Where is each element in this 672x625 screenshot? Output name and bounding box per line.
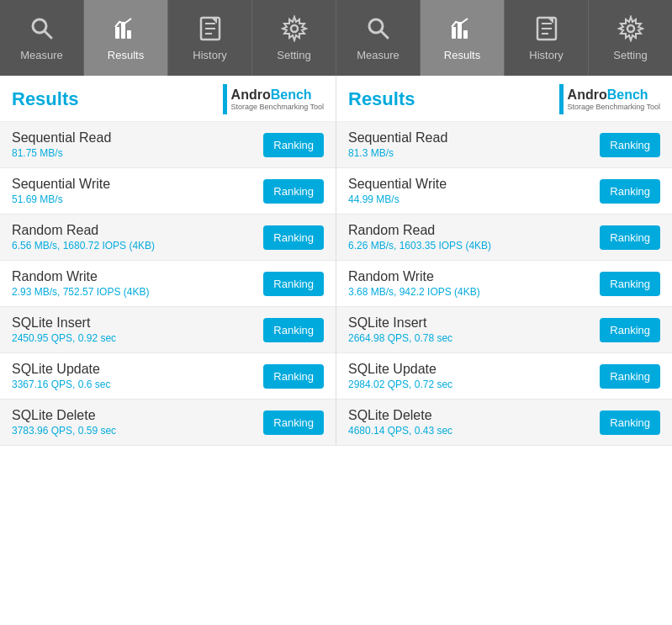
- svg-rect-15: [463, 30, 468, 39]
- nav-label-results-1: Results: [108, 49, 144, 61]
- result-row-rand-read-left: Random Read 6.56 MB/s, 1680.72 IOPS (4KB…: [0, 215, 336, 261]
- brand-andro-right: Andro: [568, 87, 607, 103]
- ranking-btn-rand-write-right[interactable]: Ranking: [600, 272, 660, 296]
- row-name-rand-write-right: Random Write: [348, 269, 600, 284]
- nav-item-setting-1[interactable]: Setting: [252, 0, 336, 76]
- row-info-rand-write-right: Random Write 3.68 MB/s, 942.2 IOPS (4KB): [348, 269, 600, 298]
- ranking-btn-seq-read-right[interactable]: Ranking: [600, 133, 660, 157]
- setting-icon-1: [281, 15, 308, 45]
- result-row-sqlite-delete-right: SQLite Delete 4680.14 QPS, 0.43 sec Rank…: [336, 400, 672, 446]
- nav-item-history-2[interactable]: History: [505, 0, 589, 76]
- ranking-btn-rand-write-left[interactable]: Ranking: [263, 272, 324, 296]
- brand-name-right: AndroBench: [568, 87, 660, 103]
- row-name-sqlite-update-right: SQLite Update: [348, 362, 600, 377]
- row-name-seq-write-right: Sequential Write: [348, 177, 600, 192]
- result-row-rand-write-left: Random Write 2.93 MB/s, 752.57 IOPS (4KB…: [0, 261, 336, 307]
- result-row-sqlite-update-right: SQLite Update 2984.02 QPS, 0.72 sec Rank…: [336, 353, 672, 400]
- row-name-sqlite-delete-right: SQLite Delete: [348, 408, 600, 423]
- row-value-seq-write-left: 51.69 MB/s: [12, 193, 263, 205]
- brand-logo-right: AndroBench Storage Benchmarking Tool: [559, 84, 660, 114]
- row-value-sqlite-update-left: 3367.16 QPS, 0.6 sec: [12, 379, 263, 390]
- ranking-btn-sqlite-delete-left[interactable]: Ranking: [263, 410, 324, 435]
- nav-label-history-2: History: [529, 49, 563, 61]
- brand-bar-right: [559, 84, 564, 114]
- svg-point-10: [291, 25, 298, 32]
- row-value-rand-write-right: 3.68 MB/s, 942.2 IOPS (4KB): [348, 286, 600, 298]
- svg-line-1: [45, 31, 51, 38]
- nav-item-history-1[interactable]: History: [168, 0, 252, 76]
- brand-logo-left: AndroBench Storage Benchmarking Tool: [223, 84, 324, 114]
- row-name-sqlite-update-left: SQLite Update: [12, 362, 263, 377]
- brand-bench-left: Bench: [271, 87, 312, 103]
- row-name-seq-read-left: Sequential Read: [12, 130, 263, 146]
- measure-icon-1: [29, 15, 56, 45]
- result-row-sqlite-insert-right: SQLite Insert 2664.98 QPS, 0.78 sec Rank…: [336, 307, 672, 353]
- main-content: Results AndroBench Storage Benchmarking …: [0, 76, 672, 446]
- ranking-btn-sqlite-insert-right[interactable]: Ranking: [600, 318, 660, 342]
- row-info-seq-write-left: Sequential Write 51.69 MB/s: [12, 177, 263, 205]
- ranking-btn-seq-read-left[interactable]: Ranking: [263, 133, 324, 157]
- row-name-seq-read-right: Sequential Read: [348, 130, 600, 146]
- row-value-rand-write-left: 2.93 MB/s, 752.57 IOPS (4KB): [12, 286, 263, 298]
- row-value-rand-read-right: 6.26 MB/s, 1603.35 IOPS (4KB): [348, 240, 600, 252]
- results-icon-2: [449, 15, 476, 45]
- svg-rect-2: [115, 27, 119, 39]
- row-info-sqlite-update-right: SQLite Update 2984.02 QPS, 0.72 sec: [348, 362, 600, 390]
- result-row-rand-write-right: Random Write 3.68 MB/s, 942.2 IOPS (4KB)…: [336, 261, 672, 307]
- svg-rect-4: [127, 30, 131, 39]
- svg-line-12: [381, 31, 388, 38]
- svg-rect-13: [452, 27, 456, 39]
- row-value-seq-write-right: 44.99 MB/s: [348, 193, 600, 205]
- row-value-sqlite-update-right: 2984.02 QPS, 0.72 sec: [348, 379, 600, 390]
- row-value-sqlite-insert-right: 2664.98 QPS, 0.78 sec: [348, 332, 600, 344]
- row-value-sqlite-delete-right: 4680.14 QPS, 0.43 sec: [348, 425, 600, 437]
- ranking-btn-sqlite-delete-right[interactable]: Ranking: [600, 410, 660, 435]
- top-navigation: Measure Results History: [0, 0, 672, 76]
- brand-sub-left: Storage Benchmarking Tool: [231, 103, 324, 111]
- measure-icon-2: [365, 15, 392, 45]
- setting-icon-2: [617, 15, 644, 45]
- row-info-sqlite-delete-left: SQLite Delete 3783.96 QPS, 0.59 sec: [12, 408, 263, 437]
- history-icon-2: [533, 15, 560, 45]
- result-row-seq-write-left: Sequential Write 51.69 MB/s Ranking: [0, 168, 336, 215]
- nav-label-measure-2: Measure: [357, 49, 399, 61]
- row-name-rand-read-left: Random Read: [12, 223, 263, 238]
- row-info-seq-write-right: Sequential Write 44.99 MB/s: [348, 177, 600, 205]
- panel-right-header: Results AndroBench Storage Benchmarking …: [336, 76, 672, 122]
- result-row-sqlite-update-left: SQLite Update 3367.16 QPS, 0.6 sec Ranki…: [0, 353, 336, 400]
- nav-item-setting-2[interactable]: Setting: [589, 0, 672, 76]
- results-icon-1: [113, 15, 140, 45]
- nav-label-measure-1: Measure: [20, 49, 63, 61]
- row-info-sqlite-update-left: SQLite Update 3367.16 QPS, 0.6 sec: [12, 362, 263, 390]
- ranking-btn-sqlite-update-right[interactable]: Ranking: [600, 364, 660, 389]
- ranking-btn-rand-read-right[interactable]: Ranking: [600, 225, 660, 250]
- row-info-seq-read-left: Sequential Read 81.75 MB/s: [12, 130, 263, 159]
- ranking-btn-sqlite-update-left[interactable]: Ranking: [263, 364, 324, 389]
- nav-item-measure-1[interactable]: Measure: [0, 0, 84, 76]
- panel-right: Results AndroBench Storage Benchmarking …: [336, 76, 672, 446]
- result-row-sqlite-delete-left: SQLite Delete 3783.96 QPS, 0.59 sec Rank…: [0, 400, 336, 446]
- brand-name-left: AndroBench: [231, 87, 324, 103]
- ranking-btn-rand-read-left[interactable]: Ranking: [263, 225, 324, 250]
- ranking-btn-sqlite-insert-left[interactable]: Ranking: [263, 318, 324, 342]
- row-info-rand-write-left: Random Write 2.93 MB/s, 752.57 IOPS (4KB…: [12, 269, 263, 298]
- row-name-rand-read-right: Random Read: [348, 223, 600, 238]
- panel-left: Results AndroBench Storage Benchmarking …: [0, 76, 336, 446]
- row-info-rand-read-right: Random Read 6.26 MB/s, 1603.35 IOPS (4KB…: [348, 223, 600, 252]
- brand-bar-left: [223, 84, 227, 114]
- row-value-sqlite-delete-left: 3783.96 QPS, 0.59 sec: [12, 425, 263, 437]
- nav-item-measure-2[interactable]: Measure: [336, 0, 421, 76]
- brand-bench-right: Bench: [607, 87, 648, 103]
- nav-label-setting-1: Setting: [277, 49, 310, 61]
- row-value-sqlite-insert-left: 2450.95 QPS, 0.92 sec: [12, 332, 263, 344]
- row-info-sqlite-insert-right: SQLite Insert 2664.98 QPS, 0.78 sec: [348, 315, 600, 344]
- brand-andro-left: Andro: [231, 87, 271, 103]
- ranking-btn-seq-write-right[interactable]: Ranking: [600, 179, 660, 204]
- nav-item-results-1[interactable]: Results: [84, 0, 168, 76]
- panel-left-header: Results AndroBench Storage Benchmarking …: [0, 76, 336, 122]
- row-info-sqlite-delete-right: SQLite Delete 4680.14 QPS, 0.43 sec: [348, 408, 600, 437]
- result-row-seq-read-left: Sequential Read 81.75 MB/s Ranking: [0, 122, 336, 168]
- ranking-btn-seq-write-left[interactable]: Ranking: [263, 179, 324, 204]
- row-info-rand-read-left: Random Read 6.56 MB/s, 1680.72 IOPS (4KB…: [12, 223, 263, 252]
- nav-item-results-2[interactable]: Results: [421, 0, 505, 76]
